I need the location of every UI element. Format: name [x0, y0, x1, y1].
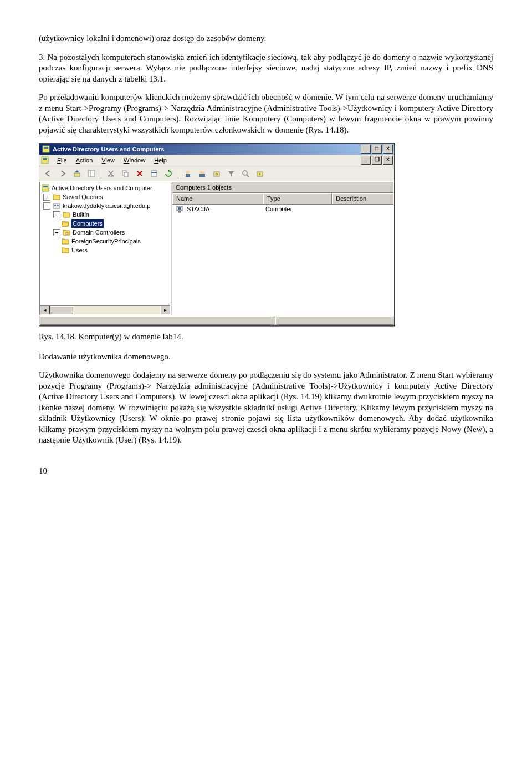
- scroll-right-button[interactable]: ▸: [160, 306, 170, 315]
- column-name[interactable]: Name: [172, 193, 263, 204]
- svg-rect-17: [200, 174, 205, 177]
- menu-window[interactable]: Window: [119, 155, 150, 165]
- tree-domain-controllers[interactable]: + Domain Controllers: [41, 228, 170, 237]
- tree-computers[interactable]: Computers: [41, 219, 170, 228]
- forward-button[interactable]: [56, 167, 69, 180]
- copy-button[interactable]: [119, 167, 132, 180]
- svg-rect-14: [186, 174, 190, 177]
- list-cell-name: STACJA: [187, 205, 209, 213]
- filter-button[interactable]: [224, 167, 238, 180]
- minimize-button[interactable]: _: [361, 145, 371, 154]
- paragraph: (użytkownicy lokalni i domenowi) oraz do…: [39, 33, 493, 44]
- svg-rect-2: [42, 157, 48, 164]
- list-body[interactable]: STACJA Computer: [172, 205, 393, 314]
- menu-help[interactable]: Help: [150, 155, 171, 165]
- tree-fsp[interactable]: ForeignSecurityPrincipals: [41, 237, 170, 246]
- folder-icon: [52, 192, 61, 201]
- client-area: Active Directory Users and Computer + Sa…: [39, 181, 394, 315]
- column-type[interactable]: Type: [263, 193, 332, 204]
- new-ou-button[interactable]: [210, 167, 223, 180]
- expand-icon[interactable]: +: [43, 194, 50, 201]
- aduc-icon: [42, 145, 50, 154]
- menubar: File Action View Window Help _ ❐ ×: [39, 155, 394, 166]
- list-pane[interactable]: Computers 1 objects Name Type Descriptio…: [172, 182, 394, 315]
- window-title: Active Directory Users and Computers: [53, 145, 361, 153]
- list-header[interactable]: Name Type Description: [172, 193, 393, 204]
- show-hide-tree-button[interactable]: [85, 167, 98, 180]
- back-button[interactable]: [42, 167, 55, 180]
- paragraph: 3. Na pozostałych komputerach stanowiska…: [39, 52, 493, 85]
- status-pane: [275, 316, 393, 325]
- collapse-icon[interactable]: −: [43, 202, 50, 210]
- svg-point-16: [202, 172, 205, 175]
- svg-rect-26: [53, 204, 60, 208]
- toolbar-separator: [178, 169, 178, 179]
- svg-rect-10: [124, 172, 128, 177]
- menu-view[interactable]: View: [97, 155, 119, 165]
- menu-action[interactable]: Action: [71, 155, 98, 165]
- svg-rect-3: [43, 158, 47, 160]
- expand-icon[interactable]: +: [53, 229, 60, 236]
- add-to-group-button[interactable]: +: [253, 167, 267, 180]
- child-close-button[interactable]: ×: [383, 156, 393, 165]
- paragraph: Dodawanie użytkownika domenowego.: [39, 352, 493, 363]
- tree-pane[interactable]: Active Directory Users and Computer + Sa…: [39, 182, 171, 315]
- svg-rect-0: [43, 146, 49, 152]
- svg-point-20: [243, 171, 247, 175]
- list-row[interactable]: STACJA Computer: [172, 205, 393, 215]
- computer-icon: [176, 206, 185, 213]
- child-restore-button[interactable]: ❐: [372, 156, 382, 165]
- ou-icon: [62, 228, 71, 237]
- up-button[interactable]: [70, 167, 84, 180]
- folder-icon: [61, 246, 70, 255]
- properties-button[interactable]: [147, 167, 161, 180]
- column-description[interactable]: Description: [332, 193, 393, 204]
- page-number: 10: [39, 466, 493, 477]
- scroll-left-button[interactable]: ◂: [40, 306, 50, 315]
- svg-text:+: +: [258, 171, 261, 177]
- figure-caption: Rys. 14.18. Komputer(y) w domenie lab14.: [39, 332, 493, 343]
- tree-users[interactable]: Users: [41, 246, 170, 255]
- find-button[interactable]: [239, 167, 252, 180]
- svg-rect-11: [151, 171, 157, 176]
- aduc-window: Active Directory Users and Computers _ □…: [39, 143, 395, 326]
- child-minimize-button[interactable]: _: [361, 156, 371, 165]
- new-user-button[interactable]: [181, 167, 195, 180]
- domain-icon: [52, 201, 61, 210]
- list-cell-type: Computer: [262, 205, 330, 213]
- svg-rect-28: [57, 205, 59, 206]
- delete-button[interactable]: [133, 167, 146, 180]
- toolbar: +: [39, 166, 394, 181]
- aduc-root-icon: [41, 184, 50, 192]
- menu-file[interactable]: File: [53, 155, 71, 165]
- statusbar: [39, 315, 394, 325]
- svg-rect-4: [74, 173, 80, 176]
- svg-rect-31: [178, 207, 181, 210]
- cut-button[interactable]: [104, 167, 117, 180]
- maximize-button[interactable]: □: [372, 145, 382, 154]
- titlebar[interactable]: Active Directory Users and Computers _ □…: [39, 144, 394, 155]
- refresh-button[interactable]: [162, 167, 175, 180]
- expand-icon[interactable]: +: [53, 211, 60, 218]
- scroll-track[interactable]: [50, 306, 160, 314]
- toolbar-separator: [101, 169, 101, 179]
- tree-saved-queries[interactable]: + Saved Queries: [41, 192, 170, 201]
- list-info-bar: Computers 1 objects: [172, 182, 393, 193]
- folder-icon: [61, 237, 70, 246]
- svg-rect-18: [214, 172, 219, 176]
- tree-root[interactable]: Active Directory Users and Computer: [41, 184, 170, 192]
- new-group-button[interactable]: [196, 167, 209, 180]
- paragraph: Po przeładowaniu komputerów klienckich m…: [39, 92, 493, 135]
- scroll-thumb[interactable]: [50, 306, 73, 314]
- close-button[interactable]: ×: [383, 145, 393, 154]
- tree-builtin[interactable]: + Builtin: [41, 210, 170, 219]
- status-pane: [40, 316, 274, 325]
- svg-rect-24: [42, 185, 49, 191]
- tree-domain[interactable]: − krakow.dydaktyka.icsr.agh.edu.p: [41, 201, 170, 210]
- tree-horizontal-scrollbar[interactable]: ◂ ▸: [40, 305, 170, 314]
- svg-rect-25: [43, 186, 48, 187]
- folder-open-icon: [61, 219, 70, 228]
- folder-icon: [62, 210, 71, 219]
- svg-rect-32: [178, 211, 181, 212]
- svg-rect-5: [88, 170, 95, 177]
